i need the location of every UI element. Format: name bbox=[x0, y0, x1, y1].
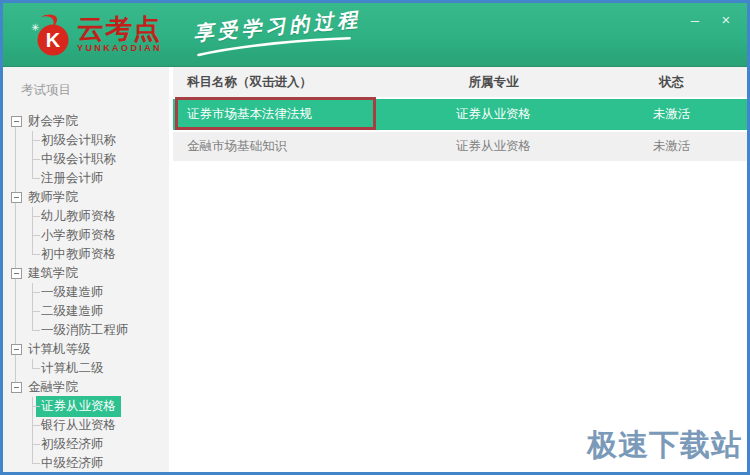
tree-item[interactable]: 银行从业资格 bbox=[3, 416, 169, 435]
collapse-icon[interactable] bbox=[11, 344, 22, 355]
tree-item[interactable]: 二级建造师 bbox=[3, 302, 169, 321]
collapse-icon[interactable] bbox=[11, 192, 22, 203]
cell-status: 未激活 bbox=[596, 106, 747, 123]
brand-block: 云考点 YUNKAODIAN bbox=[77, 16, 162, 53]
app-window: K ✳ 云考点 YUNKAODIAN 享受学习的过程 – × 考试项目 财会学院… bbox=[0, 0, 750, 475]
main-panel: 科目名称（双击进入） 所属专业 状态 证券市场基本法律法规证券从业资格未激活金融… bbox=[173, 67, 747, 472]
subject-table-body: 证券市场基本法律法规证券从业资格未激活金融市场基础知识证券从业资格未激活 bbox=[173, 99, 747, 163]
cell-major: 证券从业资格 bbox=[391, 138, 596, 155]
cell-major: 证券从业资格 bbox=[391, 106, 596, 123]
tree-group[interactable]: 教师学院 bbox=[3, 188, 169, 207]
window-controls: – × bbox=[686, 11, 735, 29]
tree-item[interactable]: 幼儿教师资格 bbox=[3, 207, 169, 226]
app-logo: K ✳ 云考点 YUNKAODIAN bbox=[29, 11, 162, 59]
column-major: 所属专业 bbox=[391, 74, 596, 91]
tree-item[interactable]: 证券从业资格 bbox=[3, 397, 169, 416]
tree-children: 初级会计职称中级会计职称注册会计师 bbox=[3, 131, 169, 188]
brand-name: 云考点 bbox=[77, 16, 162, 43]
tree-group-label: 金融学院 bbox=[28, 379, 78, 396]
svg-text:✳: ✳ bbox=[31, 22, 39, 33]
tree-item-label: 二级建造师 bbox=[41, 303, 104, 320]
tree-item-label: 银行从业资格 bbox=[41, 417, 116, 434]
tree-item[interactable]: 中级会计职称 bbox=[3, 150, 169, 169]
tree-item[interactable]: 初级经济师 bbox=[3, 435, 169, 454]
tree-item[interactable]: 初级会计职称 bbox=[3, 131, 169, 150]
table-row-selected[interactable]: 证券市场基本法律法规证券从业资格未激活 bbox=[173, 99, 747, 132]
table-row[interactable]: 金融市场基础知识证券从业资格未激活 bbox=[173, 132, 747, 163]
tree-item-label-selected: 证券从业资格 bbox=[36, 396, 121, 417]
brand-subtitle: YUNKAODIAN bbox=[77, 44, 162, 53]
exam-category-tree: 财会学院初级会计职称中级会计职称注册会计师教师学院幼儿教师资格小学教师资格初中教… bbox=[3, 112, 169, 472]
tree-item-label: 小学教师资格 bbox=[41, 227, 116, 244]
column-status: 状态 bbox=[596, 74, 747, 91]
tree-group[interactable]: 计算机等级 bbox=[3, 340, 169, 359]
minimize-button[interactable]: – bbox=[686, 11, 704, 29]
tree-item-label: 中级会计职称 bbox=[41, 151, 116, 168]
tree-item[interactable]: 一级建造师 bbox=[3, 283, 169, 302]
tree-item[interactable]: 一级消防工程师 bbox=[3, 321, 169, 340]
tree-item-label: 一级消防工程师 bbox=[41, 322, 129, 339]
cell-subject: 证券市场基本法律法规 bbox=[173, 106, 391, 123]
close-button[interactable]: × bbox=[717, 11, 735, 29]
tree-item-label: 初级经济师 bbox=[41, 436, 104, 453]
column-subject-name: 科目名称（双击进入） bbox=[173, 74, 391, 91]
table-header: 科目名称（双击进入） 所属专业 状态 bbox=[173, 67, 747, 99]
window-body: 考试项目 财会学院初级会计职称中级会计职称注册会计师教师学院幼儿教师资格小学教师… bbox=[3, 67, 747, 472]
tree-children: 证券从业资格银行从业资格初级经济师中级经济师 bbox=[3, 397, 169, 472]
tree-item-label: 中级经济师 bbox=[41, 455, 104, 472]
tree-item[interactable]: 中级经济师 bbox=[3, 454, 169, 472]
logo-k-icon: K ✳ bbox=[29, 11, 75, 59]
collapse-icon[interactable] bbox=[11, 382, 22, 393]
tree-item-label: 计算机二级 bbox=[41, 360, 104, 377]
collapse-icon[interactable] bbox=[11, 268, 22, 279]
tree-item[interactable]: 注册会计师 bbox=[3, 169, 169, 188]
tree-item[interactable]: 小学教师资格 bbox=[3, 226, 169, 245]
tree-group-label: 财会学院 bbox=[28, 113, 78, 130]
tree-item[interactable]: 初中教师资格 bbox=[3, 245, 169, 264]
titlebar: K ✳ 云考点 YUNKAODIAN 享受学习的过程 – × bbox=[3, 3, 747, 67]
tree-item-label: 幼儿教师资格 bbox=[41, 208, 116, 225]
tree-children: 计算机二级 bbox=[3, 359, 169, 378]
tree-group-label: 教师学院 bbox=[28, 189, 78, 206]
sidebar-header: 考试项目 bbox=[3, 67, 169, 99]
tree-item[interactable]: 计算机二级 bbox=[3, 359, 169, 378]
collapse-icon[interactable] bbox=[11, 116, 22, 127]
tree-item-label: 初中教师资格 bbox=[41, 246, 116, 263]
tree-group[interactable]: 建筑学院 bbox=[3, 264, 169, 283]
cell-status: 未激活 bbox=[596, 138, 747, 155]
svg-text:K: K bbox=[46, 29, 61, 51]
tree-group-label: 计算机等级 bbox=[28, 341, 91, 358]
tree-group[interactable]: 财会学院 bbox=[3, 112, 169, 131]
watermark: 极速下载站 bbox=[587, 425, 742, 466]
slogan: 享受学习的过程 bbox=[192, 6, 363, 58]
tree-item-label: 注册会计师 bbox=[41, 170, 104, 187]
cell-subject: 金融市场基础知识 bbox=[173, 138, 391, 155]
tree-group[interactable]: 金融学院 bbox=[3, 378, 169, 397]
sidebar: 考试项目 财会学院初级会计职称中级会计职称注册会计师教师学院幼儿教师资格小学教师… bbox=[3, 67, 169, 472]
tree-item-label: 初级会计职称 bbox=[41, 132, 116, 149]
tree-children: 幼儿教师资格小学教师资格初中教师资格 bbox=[3, 207, 169, 264]
tree-children: 一级建造师二级建造师一级消防工程师 bbox=[3, 283, 169, 340]
tree-group-label: 建筑学院 bbox=[28, 265, 78, 282]
tree-item-label: 一级建造师 bbox=[41, 284, 104, 301]
